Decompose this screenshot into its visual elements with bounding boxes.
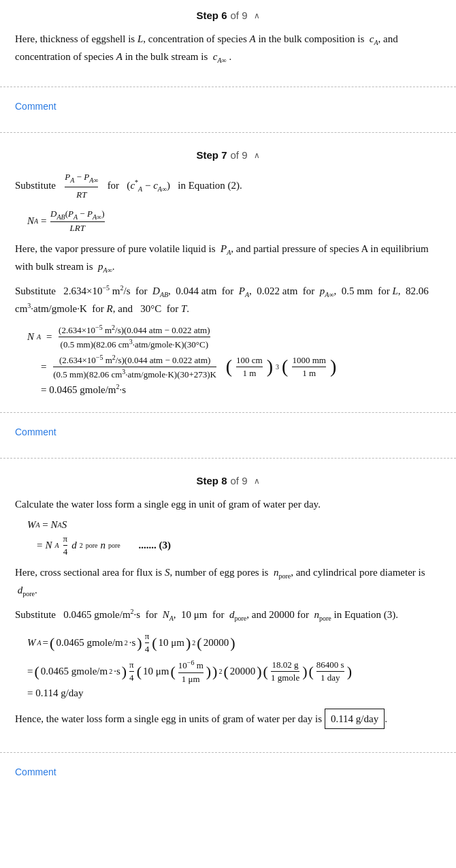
step8-wa-eq2: = NA π 4 d2porenpore ....... (3) [37,533,441,557]
step6-text: Here, thickness of eggshell is L, concen… [15,31,441,66]
step6-label: Step 6 [196,10,227,21]
step8-num: 8 [221,475,227,486]
step8-content: Calculate the water loss form a single e… [15,496,441,731]
step8-final-answer: 0.114 g/day [325,709,385,729]
step6-header: Step 6 of 9 ∧ [15,10,441,21]
step8-chevron-up-icon[interactable]: ∧ [254,476,260,486]
step6-content: Here, thickness of eggshell is L, concen… [15,31,441,66]
step8-of: of 9 [231,475,248,486]
step7-label: Step 7 [196,149,227,161]
step8-header: Step 8 of 9 ∧ [15,475,441,486]
step6-comment-link[interactable]: Comment [15,97,56,119]
step8-label: Step 8 [196,475,227,486]
step6-comment-section: Comment [0,94,456,125]
step7-na-equation: NA = DAB(PA − PA∞) LRT [27,208,441,234]
step8-wa-calc1: WA = (0.0465 gmole/m2·s) π 4 (10 μm)2 (2… [27,631,441,655]
step8-intro-text: Calculate the water loss form a single e… [15,496,441,512]
step7-fraction: PA − PA∞ RT [65,170,98,202]
step7-of: of 9 [231,149,248,161]
step6-of: of 9 [231,10,248,21]
step7-section: Step 7 of 9 ∧ Substitute PA − PA∞ RT for… [0,140,456,405]
step8-wa-result: = 0.114 g/day [27,687,441,699]
step8-comment-section: Comment [0,760,456,791]
step7-header: Step 7 of 9 ∧ [15,149,441,161]
step6-section: Step 6 of 9 ∧ Here, thickness of eggshel… [0,0,456,80]
step7-chevron-up-icon[interactable]: ∧ [254,151,260,160]
step7-substitute-text: Substitute PA − PA∞ RT for (c*A − cA∞) i… [15,170,441,202]
step7-calc1: NA = (2.634×10−5 m2/s)(0.044 atm − 0.022… [27,324,441,396]
step8-wa-eq1: WA = NAS [27,519,441,531]
step8-wa-calc2: = (0.0465 gmole/m2·s) π 4 (10 μm ( 10−6 … [27,659,441,684]
step8-here-text: Here, cross sectional area for flux is S… [15,564,441,600]
step6-num: 6 [221,10,227,21]
step7-comment-section: Comment [0,420,456,451]
step7-num: 7 [221,149,227,161]
step7-comment-link[interactable]: Comment [15,422,56,444]
step7-content: Substitute PA − PA∞ RT for (c*A − cA∞) i… [15,170,441,396]
step8-comment-link[interactable]: Comment [15,762,56,784]
step8-section: Step 8 of 9 ∧ Calculate the water loss f… [0,465,456,745]
step7-substitute2-text: Substitute 2.634×10−5 m2/s for DAB, 0.04… [15,283,441,317]
step8-substitute-text: Substitute 0.0465 gmole/m2·s for NA, 10 … [15,606,441,624]
step7-vapor-text: Here, the vapor pressure of pure volatil… [15,241,441,276]
step6-chevron-up-icon[interactable]: ∧ [254,11,260,20]
step8-conclusion-text: Hence, the water loss form a single egg … [15,706,441,732]
